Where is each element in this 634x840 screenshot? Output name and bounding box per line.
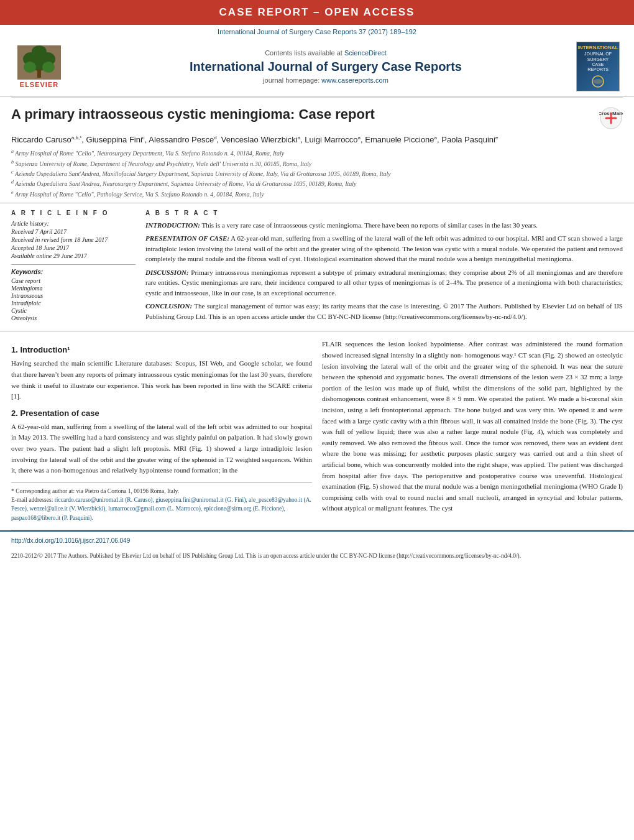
section-1-title: 1. Introduction¹: [11, 345, 312, 354]
article-info-heading: A R T I C L E I N F O: [11, 210, 136, 216]
email-link[interactable]: riccardo.caruso@uniroma1.it (R. Caruso),…: [11, 497, 311, 521]
elsevier-logo: ELSEVIER: [11, 45, 67, 88]
journal-info: International Journal of Surgery Case Re…: [218, 28, 416, 35]
abstract-discussion: DISCUSSION: Primary intraosseous meningi…: [145, 267, 623, 298]
abstract-conclusion: CONCLUSION: The surgical management of t…: [145, 301, 623, 321]
history-online: Available online 29 June 2017: [11, 252, 136, 259]
section-2-title: 2. Presentation of case: [11, 408, 312, 418]
svg-rect-5: [37, 69, 41, 78]
crossmark-badge: CrossMark: [599, 106, 623, 130]
abstract-heading: A B S T R A C T: [145, 210, 623, 216]
keyword-1: Case report: [11, 277, 136, 284]
journal-main-title: International Journal of Surgery Case Re…: [78, 59, 573, 74]
journal-logo-right: INTERNATIONAL JOURNAL OFSURGERYCASEREPOR…: [573, 42, 623, 91]
keywords-heading: Keywords:: [11, 269, 136, 275]
abstract-conclusion-text: The surgical management of tumor was eas…: [145, 302, 623, 320]
abstract-text: INTRODUCTION: This is a very rare case o…: [145, 220, 623, 322]
keyword-3: Intraosseous: [11, 292, 136, 299]
affiliation-e: e Army Hospital of Rome "Celio", Patholo…: [11, 189, 623, 199]
header-bar-text: CASE REPORT – OPEN ACCESS: [219, 6, 415, 18]
email-note: E-mail addresses: riccardo.caruso@unirom…: [11, 496, 312, 522]
keyword-2: Meningioma: [11, 285, 136, 292]
affiliation-a: a Army Hospital of Rome "Celio", Neurosu…: [11, 148, 623, 158]
abstract-intro-label: INTRODUCTION:: [145, 221, 200, 229]
keyword-4: Intradiploic: [11, 300, 136, 307]
abstract-discussion-label: DISCUSSION:: [145, 269, 189, 276]
corresponding-author-note: * Corresponding author at: via Pietro da…: [11, 487, 312, 496]
journal-logo-box: INTERNATIONAL JOURNAL OFSURGERYCASEREPOR…: [576, 42, 620, 91]
abstract-section: A B S T R A C T INTRODUCTION: This is a …: [145, 210, 623, 325]
homepage-line: journal homepage: www.casereports.com: [78, 76, 573, 84]
journal-title-center: Contents lists available at ScienceDirec…: [78, 49, 573, 84]
affiliation-d: d Azienda Ospedaliera Sant'Andrea, Neuro…: [11, 178, 623, 188]
contents-line: Contents lists available at ScienceDirec…: [78, 49, 573, 57]
elsevier-tree-image: [17, 45, 61, 80]
article-title-text: A primary intraosseous cystic meningioma…: [11, 106, 592, 122]
svg-point-7: [42, 62, 55, 73]
article-history: Article history: Received 7 April 2017 R…: [11, 220, 136, 259]
abstract-intro: INTRODUCTION: This is a very rare case o…: [145, 220, 623, 231]
keywords-section: Keywords: Case report Meningioma Intraos…: [11, 269, 136, 321]
abstract-conclusion-label: CONCLUSION:: [145, 302, 192, 310]
abstract-presentation: PRESENTATION OF CASE: A 62-year-old man,…: [145, 233, 623, 264]
authors: Riccardo Carusoa,b,*, Giuseppina Finic, …: [11, 135, 623, 144]
svg-point-6: [24, 62, 36, 73]
keyword-6: Osteolysis: [11, 315, 136, 321]
abstract-discussion-text: Primary intraosseous meningiomas represe…: [145, 269, 623, 297]
section-2-text: A 62-year-old man, suffering from a swel…: [11, 422, 312, 476]
bottom-bar: http://dx.doi.org/10.1016/j.ijscr.2017.0…: [0, 530, 634, 549]
history-accepted: Accepted 18 June 2017: [11, 244, 136, 251]
main-body: 1. Introduction¹ Having searched the mai…: [0, 331, 634, 529]
footnotes: * Corresponding author at: via Pietro da…: [11, 482, 312, 522]
abstract-presentation-label: PRESENTATION OF CASE:: [145, 234, 229, 242]
col-right: FLAIR sequences the lesion looked hypoin…: [322, 339, 623, 522]
article-title-section: A primary intraosseous cystic meningioma…: [0, 98, 634, 203]
article-info-abstract-section: A R T I C L E I N F O Article history: R…: [0, 203, 634, 332]
history-heading: Article history:: [11, 220, 136, 227]
bottom-copyright: 2210-2612/© 2017 The Authors. Published …: [0, 549, 634, 563]
elsevier-brand-text: ELSEVIER: [20, 81, 58, 88]
history-received: Received 7 April 2017: [11, 228, 136, 235]
right-col-text: FLAIR sequences the lesion looked hypoin…: [322, 339, 623, 514]
affiliations: a Army Hospital of Rome "Celio", Neurosu…: [11, 148, 623, 199]
section-1-text: Having searched the main scientific Lite…: [11, 358, 312, 402]
doi-link[interactable]: http://dx.doi.org/10.1016/j.ijscr.2017.0…: [11, 537, 130, 544]
top-section: ELSEVIER Contents lists available at Sci…: [0, 37, 634, 97]
abstract-intro-text: This is a very rare case of intraosseous…: [200, 221, 538, 229]
article-info: A R T I C L E I N F O Article history: R…: [11, 210, 136, 325]
homepage-link[interactable]: www.casereports.com: [321, 76, 388, 84]
header-bar: CASE REPORT – OPEN ACCESS: [0, 0, 634, 25]
keywords-list: Case report Meningioma Intraosseous Intr…: [11, 277, 136, 321]
sciencedirect-link[interactable]: ScienceDirect: [344, 49, 387, 57]
affiliation-c: c Azienda Ospedaliera Sant'Andrea, Maxil…: [11, 168, 623, 178]
col-left: 1. Introduction¹ Having searched the mai…: [11, 339, 312, 522]
history-revised: Received in revised form 18 June 2017: [11, 236, 136, 243]
journal-citation: International Journal of Surgery Case Re…: [0, 25, 634, 37]
article-main-title: A primary intraosseous cystic meningioma…: [11, 106, 623, 130]
affiliation-b: b Sapienza University of Rome, Departmen…: [11, 159, 623, 168]
keyword-5: Cystic: [11, 307, 136, 314]
